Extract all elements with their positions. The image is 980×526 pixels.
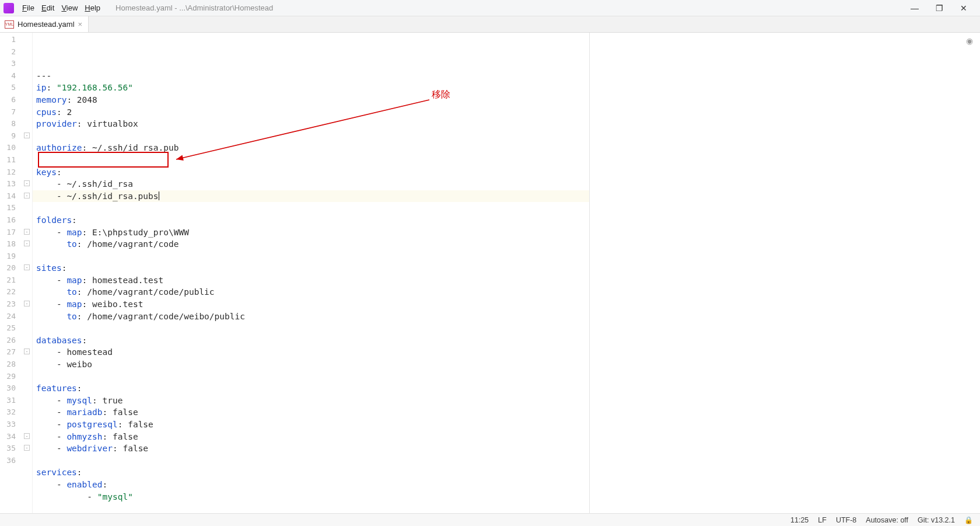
- fold-toggle-icon[interactable]: -: [24, 193, 30, 198]
- line-number[interactable]: 30: [0, 382, 32, 395]
- code-line[interactable]: to: /home/vagrant/code/weibo/public: [33, 311, 589, 323]
- caret-position[interactable]: 11:25: [790, 516, 808, 524]
- line-number[interactable]: 2: [0, 46, 32, 58]
- code-line[interactable]: - ~/.ssh/id_rsa.pubs: [33, 190, 589, 203]
- fold-toggle-icon[interactable]: -: [24, 241, 30, 246]
- line-number[interactable]: 9-: [0, 130, 32, 142]
- code-line[interactable]: [33, 154, 589, 166]
- line-number[interactable]: 4: [0, 70, 32, 82]
- code-line[interactable]: [33, 130, 589, 142]
- line-number[interactable]: 15: [0, 202, 32, 214]
- code-line[interactable]: - "mysql": [33, 491, 589, 503]
- code-line[interactable]: - homestead: [33, 346, 589, 358]
- line-number[interactable]: 35-: [0, 443, 32, 455]
- autosave-status[interactable]: Autosave: off: [866, 516, 908, 524]
- code-line[interactable]: [33, 202, 589, 214]
- line-number[interactable]: 12: [0, 166, 32, 179]
- maximize-button[interactable]: ❐: [935, 4, 944, 13]
- code-line[interactable]: memory: 2048: [33, 94, 589, 106]
- code-line[interactable]: services:: [33, 466, 589, 479]
- line-number[interactable]: 16: [0, 214, 32, 227]
- code-line[interactable]: cpus: 2: [33, 106, 589, 119]
- fold-toggle-icon[interactable]: -: [24, 229, 30, 235]
- code-line[interactable]: - enabled:: [33, 479, 589, 491]
- fold-toggle-icon[interactable]: -: [24, 180, 30, 186]
- menu-view[interactable]: View: [58, 2, 81, 13]
- fold-toggle-icon[interactable]: -: [24, 133, 30, 138]
- code-line[interactable]: databases:: [33, 335, 589, 347]
- code-line[interactable]: to: /home/vagrant/code/public: [33, 286, 589, 298]
- line-number[interactable]: 28: [0, 358, 32, 371]
- code-line[interactable]: folders:: [33, 214, 589, 227]
- line-number[interactable]: 24: [0, 311, 32, 323]
- code-line[interactable]: ---: [33, 70, 589, 82]
- inspections-eye-icon[interactable]: ◉: [966, 36, 973, 46]
- line-number[interactable]: 14-: [0, 190, 32, 203]
- code-line[interactable]: [33, 322, 589, 335]
- code-line[interactable]: - mysql: true: [33, 395, 589, 407]
- readonly-lock-icon[interactable]: 🔒: [964, 516, 973, 524]
- fold-toggle-icon[interactable]: -: [24, 301, 30, 306]
- tab-homestead-yaml[interactable]: YML Homestead.yaml ×: [0, 16, 89, 32]
- minimize-button[interactable]: —: [910, 4, 919, 13]
- code-line[interactable]: keys:: [33, 166, 589, 179]
- code-line[interactable]: - map: E:\phpstudy_pro\WWW: [33, 227, 589, 239]
- fold-toggle-icon[interactable]: -: [24, 433, 30, 439]
- code-line[interactable]: to: /home/vagrant/code: [33, 238, 589, 250]
- code-line[interactable]: - weibo: [33, 358, 589, 371]
- line-number[interactable]: 5: [0, 82, 32, 94]
- git-branch[interactable]: Git: v13.2.1: [918, 516, 955, 524]
- code-line[interactable]: - postgresql: false: [33, 419, 589, 431]
- fold-toggle-icon[interactable]: -: [24, 349, 30, 354]
- line-number[interactable]: 18-: [0, 238, 32, 250]
- line-number[interactable]: 22: [0, 286, 32, 298]
- code-line[interactable]: [33, 250, 589, 263]
- line-number[interactable]: 11: [0, 154, 32, 166]
- code-line[interactable]: - mariadb: false: [33, 406, 589, 419]
- line-number[interactable]: 13-: [0, 178, 32, 190]
- line-number[interactable]: 31: [0, 395, 32, 407]
- line-number[interactable]: 32: [0, 406, 32, 419]
- file-encoding[interactable]: UTF-8: [836, 516, 856, 524]
- line-number[interactable]: 1: [0, 34, 32, 46]
- code-line[interactable]: [33, 455, 589, 467]
- fold-toggle-icon[interactable]: -: [24, 445, 30, 451]
- line-number[interactable]: 3: [0, 58, 32, 70]
- fold-toggle-icon[interactable]: -: [24, 264, 30, 270]
- code-line[interactable]: - map: homestead.test: [33, 274, 589, 287]
- line-number[interactable]: 21: [0, 274, 32, 287]
- line-number[interactable]: 8: [0, 118, 32, 130]
- line-number-gutter[interactable]: 123456789-10111213-14-151617-18-1920-212…: [0, 33, 33, 513]
- code-editor[interactable]: ---ip: "192.168.56.56"memory: 2048cpus: …: [33, 33, 589, 513]
- menu-help[interactable]: Help: [81, 2, 104, 13]
- line-number[interactable]: 17-: [0, 227, 32, 239]
- menu-file[interactable]: File: [19, 2, 38, 13]
- code-line[interactable]: sites:: [33, 262, 589, 274]
- line-number[interactable]: 19: [0, 250, 32, 263]
- line-number[interactable]: 10: [0, 142, 32, 154]
- line-number[interactable]: 6: [0, 94, 32, 106]
- code-line[interactable]: authorize: ~/.ssh/id_rsa.pub: [33, 142, 589, 154]
- line-number[interactable]: 25: [0, 322, 32, 335]
- close-window-button[interactable]: ✕: [959, 4, 968, 13]
- code-line[interactable]: - webdriver: false: [33, 443, 589, 455]
- code-line[interactable]: provider: virtualbox: [33, 118, 589, 130]
- code-line[interactable]: - ohmyzsh: false: [33, 431, 589, 443]
- line-separator[interactable]: LF: [818, 516, 827, 524]
- line-number[interactable]: 29: [0, 371, 32, 383]
- code-line[interactable]: [33, 371, 589, 383]
- code-line[interactable]: - map: weibo.test: [33, 298, 589, 311]
- code-line[interactable]: - ~/.ssh/id_rsa: [33, 178, 589, 190]
- line-number[interactable]: 20-: [0, 262, 32, 274]
- line-number[interactable]: 7: [0, 106, 32, 119]
- code-line[interactable]: ip: "192.168.56.56": [33, 82, 589, 94]
- line-number[interactable]: 26: [0, 335, 32, 347]
- tab-close-icon[interactable]: ×: [78, 20, 83, 29]
- menu-edit[interactable]: Edit: [38, 2, 58, 13]
- line-number[interactable]: 33: [0, 419, 32, 431]
- line-number[interactable]: 34-: [0, 431, 32, 443]
- code-line[interactable]: features:: [33, 382, 589, 395]
- line-number[interactable]: 23-: [0, 298, 32, 311]
- line-number[interactable]: 36: [0, 455, 32, 467]
- line-number[interactable]: 27-: [0, 346, 32, 358]
